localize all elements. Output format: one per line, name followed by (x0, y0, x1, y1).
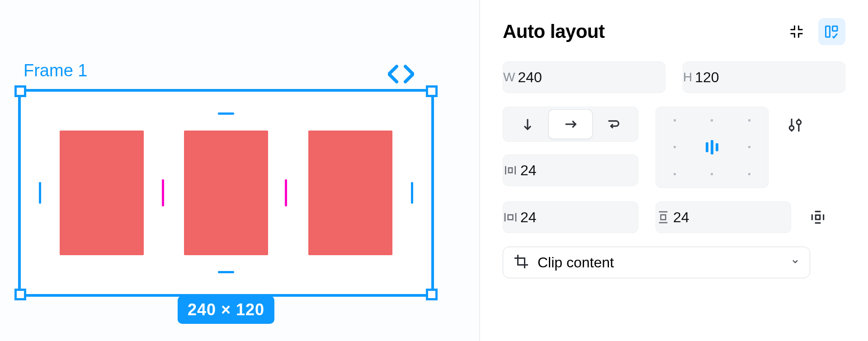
width-label: W (503, 62, 515, 93)
clip-icon (513, 253, 529, 271)
resize-handle-bottom-left[interactable] (14, 289, 26, 300)
svg-point-9 (789, 126, 794, 131)
alignment-grid[interactable] (656, 107, 769, 188)
padding-guide-left[interactable] (39, 182, 41, 204)
padding-vertical-field[interactable] (656, 201, 791, 233)
svg-rect-21 (816, 215, 820, 220)
inspector-panel: Auto layout (480, 0, 868, 341)
clip-label: Clip content (538, 254, 614, 271)
padding-vertical-icon (656, 202, 670, 233)
section-title: Auto layout (503, 21, 604, 42)
width-field[interactable]: W (503, 61, 665, 93)
resize-handle-top-left[interactable] (14, 85, 26, 97)
svg-rect-0 (826, 26, 830, 37)
padding-vertical-input[interactable] (670, 202, 857, 233)
direction-toggle[interactable] (503, 107, 638, 142)
padding-guide-top[interactable] (218, 112, 234, 115)
child-rectangle[interactable] (60, 131, 144, 255)
resize-handle-bottom-right[interactable] (426, 289, 438, 300)
padding-guide-bottom[interactable] (218, 271, 234, 273)
individual-padding-icon[interactable] (808, 208, 827, 227)
dimensions-badge: 240 × 120 (178, 296, 274, 324)
design-canvas[interactable]: Frame 1 240 × 120 (0, 0, 480, 341)
direction-horizontal[interactable] (549, 110, 592, 139)
svg-rect-16 (661, 215, 666, 220)
alignment-center[interactable] (693, 134, 731, 160)
direction-vertical[interactable] (506, 110, 549, 139)
dev-mode-icon[interactable] (388, 61, 414, 79)
svg-rect-1 (833, 26, 838, 31)
gap-field[interactable] (503, 154, 638, 186)
height-label: H (683, 62, 692, 93)
padding-horizontal-field[interactable] (503, 201, 638, 233)
advanced-settings-icon[interactable] (786, 116, 805, 135)
svg-rect-6 (509, 168, 512, 173)
chevron-down-icon (791, 257, 800, 268)
frame-children (60, 131, 392, 255)
gap-icon (503, 155, 518, 186)
child-rectangle[interactable] (308, 131, 392, 255)
collapse-icon[interactable] (783, 18, 810, 45)
frame-title[interactable]: Frame 1 (24, 61, 87, 80)
direction-wrap[interactable] (592, 110, 635, 139)
svg-point-10 (797, 120, 801, 125)
auto-layout-advanced-icon[interactable] (818, 18, 845, 45)
resize-handle-top-right[interactable] (426, 85, 438, 97)
child-rectangle[interactable] (184, 131, 268, 255)
width-input[interactable] (515, 62, 702, 93)
svg-rect-13 (508, 215, 513, 220)
height-field[interactable]: H (683, 61, 845, 93)
padding-guide-right[interactable] (411, 182, 413, 204)
padding-horizontal-icon (503, 202, 518, 233)
selected-frame[interactable]: 240 × 120 (18, 89, 434, 297)
clip-content-dropdown[interactable]: Clip content (503, 247, 810, 278)
height-input[interactable] (692, 62, 868, 93)
